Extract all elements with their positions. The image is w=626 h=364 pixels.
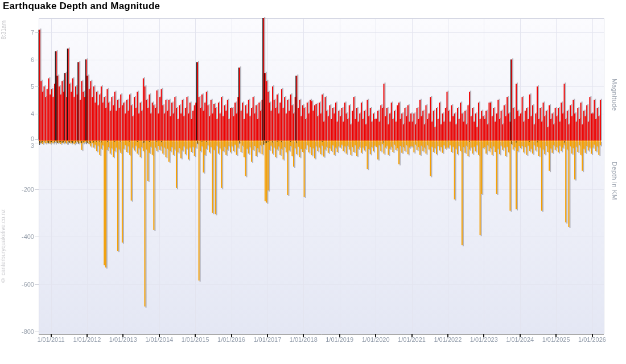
x-axis-tick-label: 1/01/2020 — [357, 336, 394, 343]
chart-title: Earthquake Depth and Magnitude — [3, 1, 160, 12]
magnitude-axis-title: Magnitude — [611, 78, 618, 111]
x-axis-tick-label: 1/01/2021 — [394, 336, 430, 343]
depth-axis-title: Depth in KM — [611, 162, 618, 200]
depth-tick-label: -200 — [10, 186, 34, 193]
magnitude-tick-label: 6 — [10, 56, 34, 63]
depth-tick-label: -600 — [10, 281, 34, 288]
x-axis-tick-label: 1/01/2015 — [177, 336, 213, 343]
magnitude-tick-label: 4 — [10, 110, 34, 117]
x-axis-tick-label: 1/01/2013 — [105, 336, 141, 343]
depth-tick-label: -400 — [10, 233, 34, 240]
x-axis-tick-label: 1/01/2018 — [285, 336, 322, 343]
magnitude-tick-label: 7 — [10, 29, 34, 36]
timestamp-watermark: 8:31am — [1, 20, 7, 39]
x-axis-tick-label: 1/01/2011 — [33, 336, 69, 343]
x-axis-tick-label: 1/01/2023 — [466, 336, 502, 343]
x-axis-tick-label: 1/01/2016 — [213, 336, 250, 343]
chart-canvas[interactable] — [0, 0, 626, 364]
x-axis-tick-label: 1/01/2022 — [430, 336, 466, 343]
earthquake-depth-magnitude-chart: Earthquake Depth and Magnitude 8:31am © … — [0, 0, 626, 364]
x-axis-tick-label: 1/01/2017 — [249, 336, 286, 343]
x-axis-tick-label: 1/01/2019 — [322, 336, 358, 343]
magnitude-tick-label: 3 — [10, 142, 34, 149]
x-axis-tick-label: 1/01/2026 — [574, 336, 611, 343]
x-axis-tick-label: 1/01/2014 — [141, 336, 178, 343]
depth-tick-label: -800 — [10, 328, 34, 335]
x-axis-tick-label: 1/01/2012 — [69, 336, 105, 343]
magnitude-tick-label: 5 — [10, 83, 34, 90]
site-copyright-watermark: © canterburyquakelive.co.nz — [0, 209, 6, 283]
x-axis-tick-label: 1/01/2025 — [538, 336, 574, 343]
x-axis-tick-label: 1/01/2024 — [502, 336, 538, 343]
depth-tick-label: 0 — [10, 135, 34, 142]
